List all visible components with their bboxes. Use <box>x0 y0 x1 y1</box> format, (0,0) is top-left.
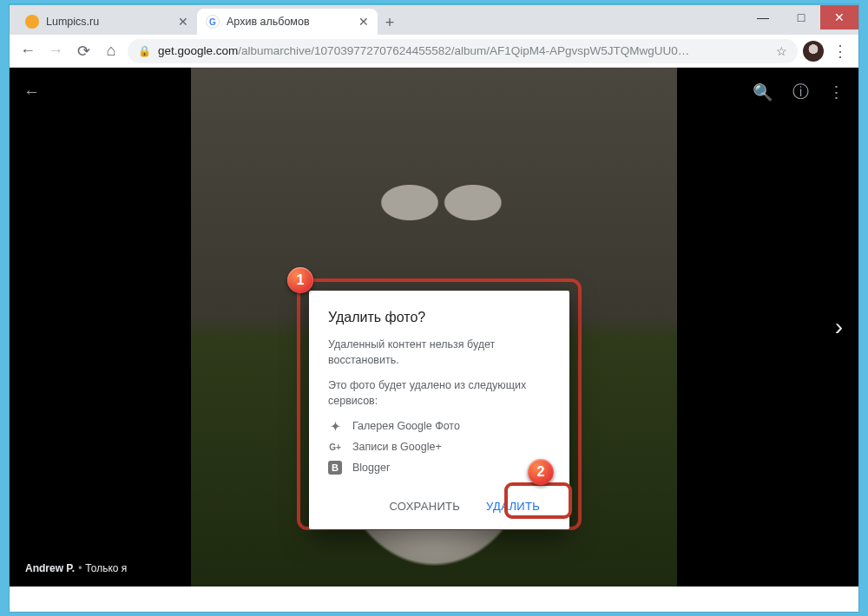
service-label: Галерея Google Фото <box>352 420 460 432</box>
browser-menu-button[interactable]: ⋮ <box>829 42 852 61</box>
dialog-warning-text: Удаленный контент нельзя будет восстанов… <box>328 337 550 368</box>
nav-back-button[interactable]: ← <box>16 40 39 62</box>
new-tab-button[interactable]: + <box>378 10 402 35</box>
dialog-title: Удалить фото? <box>328 310 550 325</box>
nav-reload-button[interactable]: ⟳ <box>72 40 95 62</box>
blogger-icon: B <box>328 461 342 475</box>
dialog-services-intro: Это фото будет удалено из следующих серв… <box>328 378 550 409</box>
service-label: Записи в Google+ <box>352 441 442 453</box>
window-close-button[interactable]: ✕ <box>820 5 858 29</box>
service-google-photos: ✦ Галерея Google Фото <box>328 419 550 433</box>
service-label: Blogger <box>352 462 390 474</box>
tab-title: Lumpics.ru <box>46 16 171 28</box>
profile-avatar[interactable] <box>803 41 824 62</box>
pinwheel-icon: ✦ <box>328 419 342 433</box>
tab-close-icon[interactable]: ✕ <box>178 15 188 29</box>
nav-forward-button[interactable]: → <box>44 40 67 62</box>
tab-close-icon[interactable]: ✕ <box>358 15 369 29</box>
lock-icon: 🔒 <box>138 45 151 57</box>
browser-window: — □ ✕ Lumpics.ru ✕ G Архив альбомов ✕ + … <box>10 4 858 612</box>
tab-strip: Lumpics.ru ✕ G Архив альбомов ✕ + <box>10 5 858 35</box>
annotation-marker-1: 1 <box>287 267 313 293</box>
viewer-back-button[interactable]: ← <box>23 82 40 102</box>
photo-viewer: ← 🔍 ⓘ ⋮ › Andrew P.•Только я Удалить фот… <box>10 68 858 587</box>
window-controls: — □ ✕ <box>744 5 858 29</box>
browser-toolbar: ← → ⟳ ⌂ 🔒 get.google.com/albumarchive/10… <box>10 35 858 68</box>
tab-album-archive[interactable]: G Архив альбомов ✕ <box>197 9 378 35</box>
viewer-toolbar: ← 🔍 ⓘ ⋮ <box>10 68 858 116</box>
caption-author: Andrew P. <box>25 562 75 574</box>
service-blogger: B Blogger <box>328 461 550 475</box>
zoom-icon[interactable]: 🔍 <box>753 82 773 102</box>
address-bar[interactable]: 🔒 get.google.com/albumarchive/1070397727… <box>128 39 798 63</box>
url-text: get.google.com/albumarchive/107039772707… <box>158 44 769 57</box>
favicon-google-icon: G <box>206 15 220 29</box>
google-plus-icon: G+ <box>328 440 342 454</box>
annotation-box-2 <box>504 482 572 519</box>
nav-home-button[interactable]: ⌂ <box>100 40 122 62</box>
tab-title: Архив альбомов <box>227 16 352 28</box>
annotation-marker-2: 2 <box>528 459 554 485</box>
favicon-lumpics-icon <box>25 15 39 29</box>
photo-caption: Andrew P.•Только я <box>25 562 127 574</box>
tab-lumpics[interactable]: Lumpics.ru ✕ <box>16 9 197 35</box>
more-options-button[interactable]: ⋮ <box>828 82 845 102</box>
window-maximize-button[interactable]: □ <box>782 5 820 29</box>
keep-button[interactable]: СОХРАНИТЬ <box>378 492 470 521</box>
caption-visibility: Только я <box>85 562 127 574</box>
service-google-plus: G+ Записи в Google+ <box>328 440 550 454</box>
bookmark-star-icon[interactable]: ☆ <box>776 44 787 58</box>
info-icon[interactable]: ⓘ <box>792 81 809 103</box>
next-photo-button[interactable]: › <box>835 313 843 341</box>
window-minimize-button[interactable]: — <box>744 5 782 29</box>
